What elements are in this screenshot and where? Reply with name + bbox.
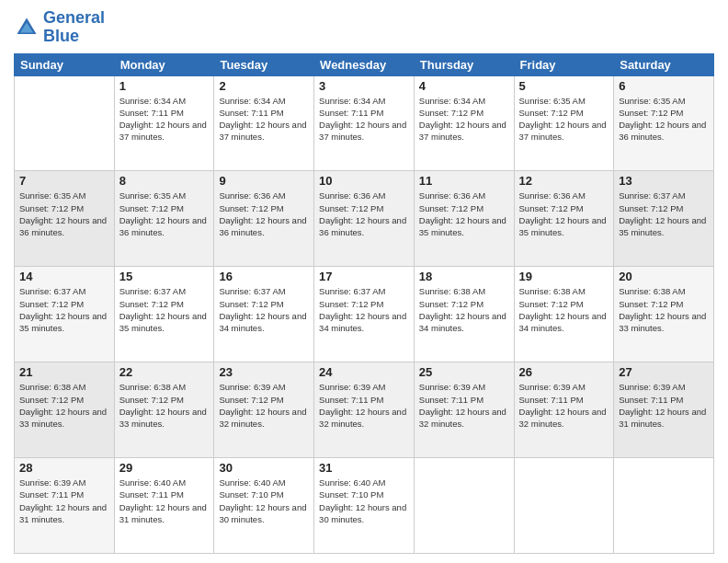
- day-cell: 8Sunrise: 6:35 AMSunset: 7:12 PMDaylight…: [114, 171, 214, 267]
- day-cell: [614, 458, 714, 554]
- day-info: Sunrise: 6:36 AMSunset: 7:12 PMDaylight:…: [419, 190, 509, 238]
- day-info: Sunrise: 6:38 AMSunset: 7:12 PMDaylight:…: [19, 381, 109, 430]
- day-number: 15: [119, 270, 210, 283]
- day-info: Sunrise: 6:34 AMSunset: 7:12 PMDaylight:…: [419, 95, 509, 144]
- day-cell: 27Sunrise: 6:39 AMSunset: 7:11 PMDayligh…: [614, 362, 714, 458]
- day-cell: 4Sunrise: 6:34 AMSunset: 7:12 PMDaylight…: [414, 75, 514, 171]
- day-number: 12: [519, 174, 609, 188]
- week-row: 21Sunrise: 6:38 AMSunset: 7:12 PMDayligh…: [15, 362, 714, 458]
- day-number: 21: [19, 365, 109, 379]
- day-number: 25: [419, 365, 509, 379]
- weekday-header-row: Sunday Monday Tuesday Wednesday Thursday…: [15, 53, 714, 75]
- day-info: Sunrise: 6:34 AMSunset: 7:11 PMDaylight:…: [319, 95, 409, 144]
- day-cell: 11Sunrise: 6:36 AMSunset: 7:12 PMDayligh…: [414, 171, 514, 267]
- header-friday: Friday: [514, 53, 614, 75]
- day-number: 7: [19, 174, 109, 188]
- day-cell: [414, 458, 514, 554]
- day-cell: 15Sunrise: 6:37 AMSunset: 7:12 PMDayligh…: [114, 267, 214, 362]
- day-info: Sunrise: 6:36 AMSunset: 7:12 PMDaylight:…: [219, 190, 309, 238]
- day-cell: 12Sunrise: 6:36 AMSunset: 7:12 PMDayligh…: [514, 171, 614, 267]
- day-cell: 26Sunrise: 6:39 AMSunset: 7:11 PMDayligh…: [514, 362, 614, 458]
- day-cell: 24Sunrise: 6:39 AMSunset: 7:11 PMDayligh…: [314, 362, 415, 458]
- day-cell: 20Sunrise: 6:38 AMSunset: 7:12 PMDayligh…: [614, 267, 714, 362]
- day-info: Sunrise: 6:37 AMSunset: 7:12 PMDaylight:…: [319, 285, 409, 334]
- day-cell: 9Sunrise: 6:36 AMSunset: 7:12 PMDaylight…: [214, 171, 314, 267]
- day-cell: 21Sunrise: 6:38 AMSunset: 7:12 PMDayligh…: [15, 362, 115, 458]
- header: GeneralBlue: [14, 9, 714, 46]
- day-number: 2: [219, 79, 309, 93]
- day-cell: 25Sunrise: 6:39 AMSunset: 7:11 PMDayligh…: [414, 362, 514, 458]
- week-row: 7Sunrise: 6:35 AMSunset: 7:12 PMDaylight…: [15, 171, 714, 267]
- day-info: Sunrise: 6:38 AMSunset: 7:12 PMDaylight:…: [419, 285, 509, 334]
- day-number: 4: [419, 79, 509, 93]
- day-cell: 13Sunrise: 6:37 AMSunset: 7:12 PMDayligh…: [614, 171, 714, 267]
- logo-icon: [14, 15, 40, 40]
- day-cell: 7Sunrise: 6:35 AMSunset: 7:12 PMDaylight…: [15, 171, 115, 267]
- day-info: Sunrise: 6:35 AMSunset: 7:12 PMDaylight:…: [19, 190, 109, 238]
- day-cell: 16Sunrise: 6:37 AMSunset: 7:12 PMDayligh…: [214, 267, 314, 362]
- day-info: Sunrise: 6:40 AMSunset: 7:11 PMDaylight:…: [119, 477, 210, 525]
- day-cell: 29Sunrise: 6:40 AMSunset: 7:11 PMDayligh…: [114, 458, 214, 554]
- day-info: Sunrise: 6:38 AMSunset: 7:12 PMDaylight:…: [119, 381, 210, 430]
- day-number: 22: [119, 365, 210, 379]
- day-number: 8: [119, 174, 210, 188]
- day-cell: 10Sunrise: 6:36 AMSunset: 7:12 PMDayligh…: [314, 171, 415, 267]
- day-number: 10: [319, 174, 409, 188]
- day-cell: 23Sunrise: 6:39 AMSunset: 7:12 PMDayligh…: [214, 362, 314, 458]
- day-cell: 14Sunrise: 6:37 AMSunset: 7:12 PMDayligh…: [15, 267, 115, 362]
- day-cell: 22Sunrise: 6:38 AMSunset: 7:12 PMDayligh…: [114, 362, 214, 458]
- day-number: 16: [219, 270, 309, 283]
- day-number: 14: [19, 270, 109, 283]
- header-monday: Monday: [114, 53, 214, 75]
- day-cell: [514, 458, 614, 554]
- day-info: Sunrise: 6:38 AMSunset: 7:12 PMDaylight:…: [619, 285, 709, 334]
- day-cell: 30Sunrise: 6:40 AMSunset: 7:10 PMDayligh…: [214, 458, 314, 554]
- day-info: Sunrise: 6:35 AMSunset: 7:12 PMDaylight:…: [519, 95, 609, 144]
- day-number: 30: [219, 461, 309, 475]
- header-saturday: Saturday: [614, 53, 714, 75]
- day-number: 26: [519, 365, 609, 379]
- day-info: Sunrise: 6:37 AMSunset: 7:12 PMDaylight:…: [19, 285, 109, 334]
- header-thursday: Thursday: [414, 53, 514, 75]
- day-info: Sunrise: 6:40 AMSunset: 7:10 PMDaylight:…: [219, 477, 309, 525]
- day-info: Sunrise: 6:39 AMSunset: 7:11 PMDaylight:…: [19, 477, 109, 525]
- day-cell: 18Sunrise: 6:38 AMSunset: 7:12 PMDayligh…: [414, 267, 514, 362]
- day-cell: 5Sunrise: 6:35 AMSunset: 7:12 PMDaylight…: [514, 75, 614, 171]
- day-info: Sunrise: 6:39 AMSunset: 7:12 PMDaylight:…: [219, 381, 309, 430]
- day-info: Sunrise: 6:36 AMSunset: 7:12 PMDaylight:…: [319, 190, 409, 238]
- day-info: Sunrise: 6:34 AMSunset: 7:11 PMDaylight:…: [119, 95, 210, 144]
- day-number: 1: [119, 79, 210, 93]
- day-number: 24: [319, 365, 409, 379]
- day-number: 13: [619, 174, 709, 188]
- day-info: Sunrise: 6:35 AMSunset: 7:12 PMDaylight:…: [619, 95, 709, 144]
- day-number: 20: [619, 270, 709, 283]
- day-cell: 17Sunrise: 6:37 AMSunset: 7:12 PMDayligh…: [314, 267, 415, 362]
- logo: GeneralBlue: [14, 9, 105, 46]
- day-number: 17: [319, 270, 409, 283]
- day-number: 5: [519, 79, 609, 93]
- day-info: Sunrise: 6:39 AMSunset: 7:11 PMDaylight:…: [619, 381, 709, 430]
- day-info: Sunrise: 6:34 AMSunset: 7:11 PMDaylight:…: [219, 95, 309, 144]
- day-number: 28: [19, 461, 109, 475]
- calendar: Sunday Monday Tuesday Wednesday Thursday…: [14, 53, 714, 554]
- logo-text: GeneralBlue: [43, 9, 105, 46]
- day-info: Sunrise: 6:39 AMSunset: 7:11 PMDaylight:…: [419, 381, 509, 430]
- page: GeneralBlue Sunday Monday Tuesday Wednes…: [0, 0, 728, 563]
- header-sunday: Sunday: [15, 53, 115, 75]
- day-info: Sunrise: 6:37 AMSunset: 7:12 PMDaylight:…: [219, 285, 309, 334]
- day-info: Sunrise: 6:35 AMSunset: 7:12 PMDaylight:…: [119, 190, 210, 238]
- day-number: 18: [419, 270, 509, 283]
- day-info: Sunrise: 6:37 AMSunset: 7:12 PMDaylight:…: [619, 190, 709, 238]
- day-number: 23: [219, 365, 309, 379]
- day-cell: 28Sunrise: 6:39 AMSunset: 7:11 PMDayligh…: [15, 458, 115, 554]
- week-row: 1Sunrise: 6:34 AMSunset: 7:11 PMDaylight…: [15, 75, 714, 171]
- day-number: 11: [419, 174, 509, 188]
- day-number: 31: [319, 461, 409, 475]
- day-info: Sunrise: 6:38 AMSunset: 7:12 PMDaylight:…: [519, 285, 609, 334]
- day-cell: 31Sunrise: 6:40 AMSunset: 7:10 PMDayligh…: [314, 458, 415, 554]
- day-cell: 2Sunrise: 6:34 AMSunset: 7:11 PMDaylight…: [214, 75, 314, 171]
- day-cell: 19Sunrise: 6:38 AMSunset: 7:12 PMDayligh…: [514, 267, 614, 362]
- day-info: Sunrise: 6:36 AMSunset: 7:12 PMDaylight:…: [519, 190, 609, 238]
- day-number: 3: [319, 79, 409, 93]
- day-info: Sunrise: 6:37 AMSunset: 7:12 PMDaylight:…: [119, 285, 210, 334]
